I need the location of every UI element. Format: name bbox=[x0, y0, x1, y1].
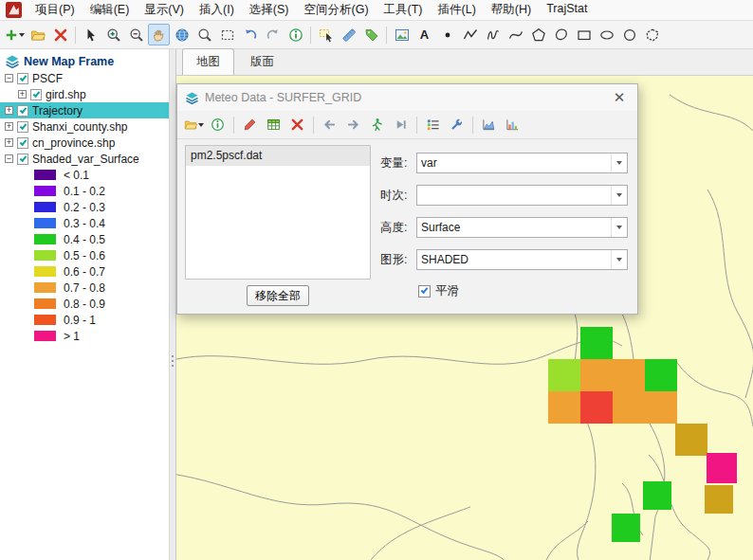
menu-item-spatial-analysis[interactable]: 空间分析(G) bbox=[297, 0, 376, 21]
menu-item-project[interactable]: 项目(P) bbox=[28, 0, 83, 21]
legend-item[interactable]: > 1 bbox=[0, 328, 169, 344]
map-frame-node[interactable]: New Map Frame bbox=[0, 52, 169, 70]
legend-item[interactable]: < 0.1 bbox=[0, 167, 169, 183]
expand-icon[interactable]: + bbox=[18, 90, 27, 99]
labels-button[interactable] bbox=[360, 24, 382, 45]
insert-polygon-button[interactable] bbox=[527, 24, 549, 45]
toolbar-separator bbox=[310, 27, 311, 44]
tab-map[interactable]: 地图 bbox=[182, 48, 234, 75]
insert-rectangle-button[interactable] bbox=[573, 24, 595, 45]
time-select[interactable] bbox=[416, 185, 628, 206]
select-rectangle-button[interactable] bbox=[216, 24, 238, 45]
data-info-button[interactable] bbox=[207, 114, 229, 135]
level-select[interactable]: Surface bbox=[416, 217, 628, 238]
data-list-button[interactable] bbox=[422, 114, 444, 135]
close-icon[interactable]: ✕ bbox=[609, 88, 630, 107]
legend-item[interactable]: 0.4 - 0.5 bbox=[0, 231, 169, 247]
expand-icon[interactable]: + bbox=[5, 106, 13, 115]
grid-cell bbox=[613, 359, 645, 391]
menu-item-edit[interactable]: 编辑(E) bbox=[83, 0, 138, 21]
grid-cell bbox=[548, 391, 580, 424]
expand-icon[interactable]: + bbox=[5, 122, 13, 131]
settings-button[interactable] bbox=[446, 114, 468, 135]
add-layer-button[interactable] bbox=[4, 24, 26, 45]
insert-curve-button[interactable] bbox=[505, 24, 526, 45]
undo-button[interactable] bbox=[239, 24, 261, 45]
insert-freehand-button[interactable] bbox=[482, 24, 504, 45]
layer-item-shanxi-county[interactable]: + Shanxi_county.shp bbox=[0, 118, 169, 135]
animate-button[interactable] bbox=[366, 114, 388, 135]
legend-item[interactable]: 0.5 - 0.6 bbox=[0, 247, 169, 263]
insert-circle-button[interactable] bbox=[618, 24, 640, 45]
check-icon bbox=[20, 154, 28, 162]
menu-item-plugins[interactable]: 插件(L) bbox=[431, 0, 484, 21]
previous-time-button[interactable] bbox=[319, 114, 340, 135]
tab-layout[interactable]: 版面 bbox=[236, 48, 288, 75]
layer-item-gird[interactable]: + gird.shp bbox=[0, 86, 169, 102]
layer-checkbox[interactable] bbox=[17, 154, 28, 165]
step-forward-button[interactable] bbox=[390, 114, 412, 135]
remove-data-button[interactable] bbox=[286, 114, 308, 135]
layer-item-pscf[interactable]: − PSCF bbox=[0, 70, 169, 86]
layer-item-trajectory[interactable]: + Trajectory bbox=[0, 102, 169, 118]
layer-item-cn-province[interactable]: + cn_province.shp bbox=[0, 135, 169, 151]
bar-chart-button[interactable] bbox=[502, 114, 523, 135]
panel-splitter[interactable] bbox=[169, 49, 176, 560]
remove-layer-button[interactable] bbox=[49, 24, 71, 45]
full-extent-button[interactable] bbox=[171, 24, 193, 45]
menu-item-selection[interactable]: 选择(S) bbox=[242, 0, 297, 21]
legend-item[interactable]: 0.7 - 0.8 bbox=[0, 280, 169, 296]
open-data-button[interactable] bbox=[183, 114, 205, 135]
legend-item[interactable]: 0.6 - 0.7 bbox=[0, 263, 169, 280]
collapse-icon[interactable]: − bbox=[5, 154, 13, 163]
menu-item-tools[interactable]: 工具(T) bbox=[376, 0, 431, 21]
data-file-item[interactable]: pm2.5pscf.dat bbox=[186, 146, 370, 166]
meteo-data-dialog: Meteo Data - SURFER_GRID ✕ bbox=[176, 83, 638, 315]
select-feature-button[interactable] bbox=[315, 24, 337, 45]
insert-curve-polygon-button[interactable] bbox=[550, 24, 572, 45]
layer-checkbox[interactable] bbox=[17, 121, 28, 133]
select-cursor-button[interactable] bbox=[80, 24, 101, 45]
insert-lasso-button[interactable] bbox=[641, 24, 663, 45]
legend-swatch bbox=[34, 170, 56, 180]
collapse-icon[interactable]: − bbox=[5, 74, 13, 82]
open-file-button[interactable] bbox=[27, 24, 48, 45]
legend-item[interactable]: 0.3 - 0.4 bbox=[0, 215, 169, 231]
dialog-titlebar[interactable]: Meteo Data - SURFER_GRID ✕ bbox=[177, 84, 637, 111]
pan-button[interactable] bbox=[148, 24, 170, 45]
insert-ellipse-button[interactable] bbox=[596, 24, 617, 45]
insert-image-button[interactable] bbox=[391, 24, 413, 45]
graphic-select[interactable]: SHADED bbox=[416, 249, 628, 270]
menu-item-insert[interactable]: 插入(I) bbox=[192, 0, 242, 21]
legend-item[interactable]: 0.1 - 0.2 bbox=[0, 183, 169, 199]
identify-button[interactable] bbox=[285, 24, 306, 45]
menu-item-trajstat[interactable]: TrajStat bbox=[539, 0, 595, 21]
draw-data-button[interactable] bbox=[239, 114, 261, 135]
layer-item-shaded-var-surface[interactable]: − Shaded_var_Surface bbox=[0, 151, 169, 167]
insert-text-button[interactable]: A bbox=[413, 24, 435, 45]
layer-checkbox[interactable] bbox=[17, 73, 28, 84]
layer-checkbox[interactable] bbox=[30, 89, 42, 100]
zoom-to-layer-button[interactable] bbox=[193, 24, 215, 45]
measure-button[interactable] bbox=[338, 24, 359, 45]
zoom-in-button[interactable] bbox=[102, 24, 124, 45]
legend-item[interactable]: 0.2 - 0.3 bbox=[0, 199, 169, 215]
variable-select[interactable]: var bbox=[416, 153, 628, 173]
expand-icon[interactable]: + bbox=[5, 138, 13, 147]
legend-item[interactable]: 0.9 - 1 bbox=[0, 312, 169, 328]
layer-checkbox[interactable] bbox=[17, 137, 28, 149]
insert-polyline-button[interactable] bbox=[459, 24, 481, 45]
data-table-button[interactable] bbox=[263, 114, 285, 135]
remove-all-button[interactable]: 移除全部 bbox=[247, 285, 309, 306]
next-time-button[interactable] bbox=[342, 114, 364, 135]
insert-point-button[interactable] bbox=[436, 24, 458, 45]
legend-item[interactable]: 0.8 - 0.9 bbox=[0, 296, 169, 312]
layer-checkbox[interactable] bbox=[17, 105, 28, 117]
redo-button[interactable] bbox=[262, 24, 284, 45]
data-file-list[interactable]: pm2.5pscf.dat bbox=[185, 145, 371, 280]
area-chart-button[interactable] bbox=[478, 114, 500, 135]
zoom-out-button[interactable] bbox=[125, 24, 147, 45]
smooth-checkbox[interactable] bbox=[418, 285, 431, 298]
menu-item-view[interactable]: 显示(V) bbox=[137, 0, 192, 21]
menu-item-help[interactable]: 帮助(H) bbox=[484, 0, 539, 21]
